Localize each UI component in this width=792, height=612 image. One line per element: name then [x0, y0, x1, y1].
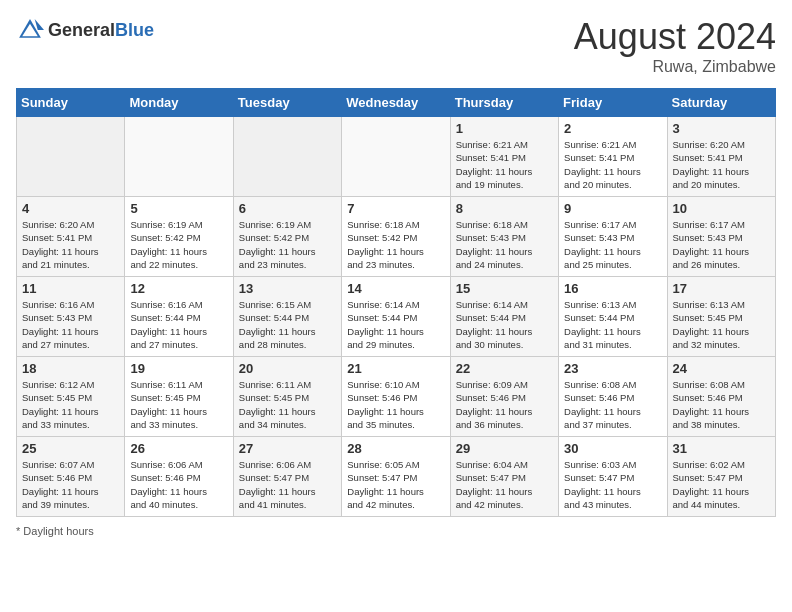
day-number: 23 — [564, 361, 661, 376]
day-info: Sunrise: 6:16 AM Sunset: 5:44 PM Dayligh… — [130, 298, 227, 351]
logo-blue-text: Blue — [115, 20, 154, 40]
day-number: 17 — [673, 281, 770, 296]
calendar-cell: 20Sunrise: 6:11 AM Sunset: 5:45 PM Dayli… — [233, 357, 341, 437]
day-number: 25 — [22, 441, 119, 456]
calendar-cell: 9Sunrise: 6:17 AM Sunset: 5:43 PM Daylig… — [559, 197, 667, 277]
day-info: Sunrise: 6:21 AM Sunset: 5:41 PM Dayligh… — [564, 138, 661, 191]
calendar-cell: 8Sunrise: 6:18 AM Sunset: 5:43 PM Daylig… — [450, 197, 558, 277]
calendar-cell: 5Sunrise: 6:19 AM Sunset: 5:42 PM Daylig… — [125, 197, 233, 277]
day-info: Sunrise: 6:19 AM Sunset: 5:42 PM Dayligh… — [130, 218, 227, 271]
calendar-cell: 28Sunrise: 6:05 AM Sunset: 5:47 PM Dayli… — [342, 437, 450, 517]
calendar-cell: 7Sunrise: 6:18 AM Sunset: 5:42 PM Daylig… — [342, 197, 450, 277]
day-info: Sunrise: 6:15 AM Sunset: 5:44 PM Dayligh… — [239, 298, 336, 351]
day-number: 12 — [130, 281, 227, 296]
day-info: Sunrise: 6:11 AM Sunset: 5:45 PM Dayligh… — [130, 378, 227, 431]
calendar-week-row: 1Sunrise: 6:21 AM Sunset: 5:41 PM Daylig… — [17, 117, 776, 197]
day-number: 22 — [456, 361, 553, 376]
calendar-cell: 17Sunrise: 6:13 AM Sunset: 5:45 PM Dayli… — [667, 277, 775, 357]
day-info: Sunrise: 6:20 AM Sunset: 5:41 PM Dayligh… — [673, 138, 770, 191]
day-number: 20 — [239, 361, 336, 376]
col-header-sunday: Sunday — [17, 89, 125, 117]
col-header-friday: Friday — [559, 89, 667, 117]
calendar-cell: 14Sunrise: 6:14 AM Sunset: 5:44 PM Dayli… — [342, 277, 450, 357]
day-number: 24 — [673, 361, 770, 376]
col-header-monday: Monday — [125, 89, 233, 117]
day-number: 13 — [239, 281, 336, 296]
day-number: 6 — [239, 201, 336, 216]
day-number: 9 — [564, 201, 661, 216]
calendar-table: SundayMondayTuesdayWednesdayThursdayFrid… — [16, 88, 776, 517]
day-info: Sunrise: 6:12 AM Sunset: 5:45 PM Dayligh… — [22, 378, 119, 431]
calendar-cell: 6Sunrise: 6:19 AM Sunset: 5:42 PM Daylig… — [233, 197, 341, 277]
day-number: 2 — [564, 121, 661, 136]
day-number: 31 — [673, 441, 770, 456]
day-info: Sunrise: 6:17 AM Sunset: 5:43 PM Dayligh… — [564, 218, 661, 271]
day-info: Sunrise: 6:07 AM Sunset: 5:46 PM Dayligh… — [22, 458, 119, 511]
day-info: Sunrise: 6:17 AM Sunset: 5:43 PM Dayligh… — [673, 218, 770, 271]
calendar-header-row: SundayMondayTuesdayWednesdayThursdayFrid… — [17, 89, 776, 117]
calendar-cell: 12Sunrise: 6:16 AM Sunset: 5:44 PM Dayli… — [125, 277, 233, 357]
day-number: 19 — [130, 361, 227, 376]
calendar-cell — [233, 117, 341, 197]
calendar-cell: 27Sunrise: 6:06 AM Sunset: 5:47 PM Dayli… — [233, 437, 341, 517]
col-header-saturday: Saturday — [667, 89, 775, 117]
day-info: Sunrise: 6:02 AM Sunset: 5:47 PM Dayligh… — [673, 458, 770, 511]
day-info: Sunrise: 6:13 AM Sunset: 5:45 PM Dayligh… — [673, 298, 770, 351]
day-info: Sunrise: 6:05 AM Sunset: 5:47 PM Dayligh… — [347, 458, 444, 511]
calendar-cell: 25Sunrise: 6:07 AM Sunset: 5:46 PM Dayli… — [17, 437, 125, 517]
header: GeneralBlue August 2024 Ruwa, Zimbabwe — [16, 16, 776, 76]
day-number: 18 — [22, 361, 119, 376]
calendar-cell — [17, 117, 125, 197]
footer-note: * Daylight hours — [16, 525, 776, 537]
day-info: Sunrise: 6:06 AM Sunset: 5:46 PM Dayligh… — [130, 458, 227, 511]
calendar-cell: 29Sunrise: 6:04 AM Sunset: 5:47 PM Dayli… — [450, 437, 558, 517]
day-number: 8 — [456, 201, 553, 216]
day-number: 4 — [22, 201, 119, 216]
calendar-cell: 4Sunrise: 6:20 AM Sunset: 5:41 PM Daylig… — [17, 197, 125, 277]
day-info: Sunrise: 6:14 AM Sunset: 5:44 PM Dayligh… — [347, 298, 444, 351]
month-year-title: August 2024 — [574, 16, 776, 58]
calendar-cell: 11Sunrise: 6:16 AM Sunset: 5:43 PM Dayli… — [17, 277, 125, 357]
calendar-cell: 2Sunrise: 6:21 AM Sunset: 5:41 PM Daylig… — [559, 117, 667, 197]
day-info: Sunrise: 6:14 AM Sunset: 5:44 PM Dayligh… — [456, 298, 553, 351]
day-info: Sunrise: 6:06 AM Sunset: 5:47 PM Dayligh… — [239, 458, 336, 511]
day-number: 14 — [347, 281, 444, 296]
calendar-cell: 10Sunrise: 6:17 AM Sunset: 5:43 PM Dayli… — [667, 197, 775, 277]
day-number: 11 — [22, 281, 119, 296]
day-number: 10 — [673, 201, 770, 216]
day-number: 3 — [673, 121, 770, 136]
day-number: 27 — [239, 441, 336, 456]
calendar-week-row: 18Sunrise: 6:12 AM Sunset: 5:45 PM Dayli… — [17, 357, 776, 437]
day-number: 30 — [564, 441, 661, 456]
day-number: 5 — [130, 201, 227, 216]
day-info: Sunrise: 6:11 AM Sunset: 5:45 PM Dayligh… — [239, 378, 336, 431]
calendar-cell: 21Sunrise: 6:10 AM Sunset: 5:46 PM Dayli… — [342, 357, 450, 437]
day-number: 28 — [347, 441, 444, 456]
calendar-cell: 31Sunrise: 6:02 AM Sunset: 5:47 PM Dayli… — [667, 437, 775, 517]
calendar-cell — [342, 117, 450, 197]
calendar-cell: 15Sunrise: 6:14 AM Sunset: 5:44 PM Dayli… — [450, 277, 558, 357]
day-info: Sunrise: 6:08 AM Sunset: 5:46 PM Dayligh… — [564, 378, 661, 431]
day-number: 26 — [130, 441, 227, 456]
calendar-cell: 18Sunrise: 6:12 AM Sunset: 5:45 PM Dayli… — [17, 357, 125, 437]
day-number: 29 — [456, 441, 553, 456]
location-subtitle: Ruwa, Zimbabwe — [574, 58, 776, 76]
day-info: Sunrise: 6:08 AM Sunset: 5:46 PM Dayligh… — [673, 378, 770, 431]
day-number: 15 — [456, 281, 553, 296]
logo: GeneralBlue — [16, 16, 154, 44]
logo-general-text: General — [48, 20, 115, 40]
day-info: Sunrise: 6:16 AM Sunset: 5:43 PM Dayligh… — [22, 298, 119, 351]
day-info: Sunrise: 6:20 AM Sunset: 5:41 PM Dayligh… — [22, 218, 119, 271]
day-info: Sunrise: 6:04 AM Sunset: 5:47 PM Dayligh… — [456, 458, 553, 511]
col-header-thursday: Thursday — [450, 89, 558, 117]
day-info: Sunrise: 6:18 AM Sunset: 5:42 PM Dayligh… — [347, 218, 444, 271]
day-number: 1 — [456, 121, 553, 136]
calendar-week-row: 25Sunrise: 6:07 AM Sunset: 5:46 PM Dayli… — [17, 437, 776, 517]
day-info: Sunrise: 6:09 AM Sunset: 5:46 PM Dayligh… — [456, 378, 553, 431]
title-area: August 2024 Ruwa, Zimbabwe — [574, 16, 776, 76]
day-info: Sunrise: 6:21 AM Sunset: 5:41 PM Dayligh… — [456, 138, 553, 191]
calendar-cell: 16Sunrise: 6:13 AM Sunset: 5:44 PM Dayli… — [559, 277, 667, 357]
calendar-cell: 30Sunrise: 6:03 AM Sunset: 5:47 PM Dayli… — [559, 437, 667, 517]
day-number: 7 — [347, 201, 444, 216]
calendar-cell: 13Sunrise: 6:15 AM Sunset: 5:44 PM Dayli… — [233, 277, 341, 357]
